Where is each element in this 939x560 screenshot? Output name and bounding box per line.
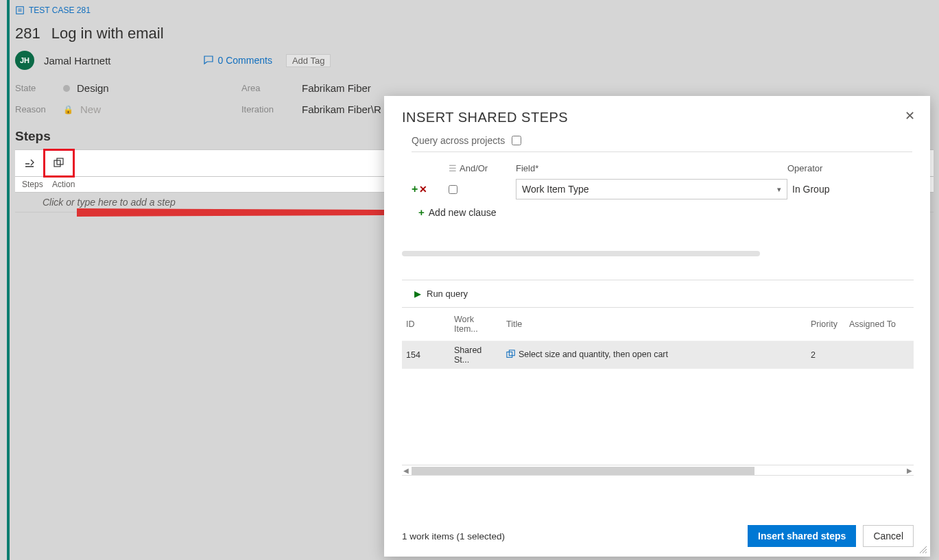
cell-type: Shared St... (450, 341, 502, 369)
comments-count: 0 Comments (218, 55, 272, 66)
scroll-thumb[interactable] (412, 467, 754, 475)
field-select-value: Work Item Type (522, 184, 589, 195)
meta-row: JH Jamal Hartnett 0 Comments Add Tag (10, 48, 939, 77)
svg-rect-0 (16, 7, 24, 14)
col-type[interactable]: Work Item... (450, 308, 502, 341)
field-select[interactable]: Work Item Type ▾ (516, 179, 787, 199)
results-table: ID Work Item... Title Priority Assigned … (402, 308, 914, 369)
add-clause-label: Add new clause (429, 207, 497, 218)
insert-step-button[interactable] (15, 149, 44, 177)
owner-name[interactable]: Jamal Hartnett (44, 55, 111, 66)
work-item-id: 281 (15, 25, 40, 42)
dialog-footer: 1 work items (1 selected) Insert shared … (402, 513, 914, 547)
insert-button[interactable]: Insert shared steps (748, 525, 856, 547)
title-row: 281 Log in with email (10, 15, 939, 48)
avatar[interactable]: JH (15, 51, 34, 70)
reason-value[interactable]: 🔒New (63, 104, 241, 115)
state-value[interactable]: Design (63, 82, 241, 94)
run-query-row: ▶ Run query (402, 280, 914, 308)
cell-id: 154 (402, 341, 450, 369)
work-item-title[interactable]: Log in with email (51, 25, 164, 42)
insert-shared-steps-button[interactable] (54, 158, 64, 169)
state-dot-icon (63, 85, 70, 92)
add-clause-icon[interactable]: + (412, 183, 418, 195)
plus-icon: + (418, 206, 425, 218)
area-label: Area (241, 83, 302, 93)
operator-cell[interactable]: In Group (787, 179, 911, 199)
cell-title: Select size and quantity, then open cart (502, 341, 807, 369)
close-button[interactable]: ✕ (905, 110, 915, 122)
steps-col-action: Action (52, 180, 75, 189)
add-tag-button[interactable]: Add Tag (286, 54, 331, 67)
scroll-left-icon[interactable]: ◀ (403, 467, 409, 474)
query-across-projects-row: Query across projects (412, 135, 912, 152)
breadcrumb[interactable]: TEST CASE 281 (10, 5, 939, 15)
footer-status: 1 work items (1 selected) (402, 531, 505, 541)
col-id[interactable]: ID (402, 308, 450, 341)
run-query-button[interactable]: Run query (427, 289, 468, 299)
state-label: State (15, 83, 63, 93)
shared-steps-icon (54, 158, 64, 169)
delete-clause-icon[interactable]: ✕ (419, 184, 427, 195)
cell-assigned (845, 341, 914, 369)
run-play-icon[interactable]: ▶ (414, 289, 421, 299)
col-title[interactable]: Title (502, 308, 807, 341)
result-row[interactable]: 154 Shared St... Select size and quantit… (402, 341, 914, 369)
insert-step-icon (24, 158, 35, 169)
field-header: Field* (516, 160, 787, 179)
test-case-icon (15, 5, 25, 15)
clause-checkbox[interactable] (449, 185, 457, 194)
col-priority[interactable]: Priority (807, 308, 845, 341)
clause-scrollbar[interactable] (402, 251, 760, 256)
results-scrollbar[interactable]: ◀ ▶ (402, 465, 914, 476)
lock-icon: 🔒 (63, 105, 73, 114)
query-across-label: Query across projects (412, 135, 505, 146)
cell-priority: 2 (807, 341, 845, 369)
clause-grid: ☰And/Or Field* Operator + ✕ Work Item Ty… (412, 160, 915, 199)
comment-icon (203, 55, 214, 66)
reason-label: Reason (15, 104, 63, 114)
andor-header: ☰And/Or (449, 160, 516, 179)
scroll-right-icon[interactable]: ▶ (907, 467, 912, 474)
comments-link[interactable]: 0 Comments (203, 55, 272, 66)
query-across-checkbox[interactable] (512, 136, 521, 145)
iteration-label: Iteration (241, 104, 302, 114)
col-assigned[interactable]: Assigned To (845, 308, 914, 341)
shared-steps-row-icon (506, 350, 516, 359)
resize-handle[interactable] (919, 546, 927, 554)
area-value[interactable]: Fabrikam Fiber (302, 82, 439, 94)
add-new-clause-button[interactable]: + Add new clause (418, 206, 915, 218)
operator-header: Operator (787, 160, 911, 179)
cancel-button[interactable]: Cancel (863, 525, 914, 547)
insert-shared-steps-highlight (43, 149, 75, 178)
steps-col-steps: Steps (22, 180, 52, 189)
breadcrumb-text: TEST CASE 281 (29, 5, 91, 15)
dialog-title: INSERT SHARED STEPS (402, 110, 568, 125)
chevron-down-icon: ▾ (777, 185, 781, 194)
insert-shared-steps-dialog: INSERT SHARED STEPS ✕ Query across proje… (384, 96, 930, 557)
